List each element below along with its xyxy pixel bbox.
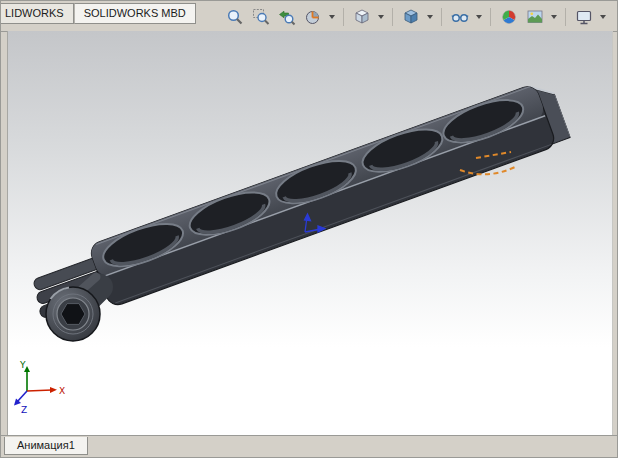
zoom-to-fit-icon[interactable] [223,5,247,29]
view-orientation-dropdown[interactable] [378,15,384,19]
back-arrow-magnifier-icon [278,8,296,26]
orientation-triad: Y X Z [14,360,65,415]
display-style-icon[interactable] [399,5,423,29]
zoom-to-area-icon[interactable] [249,5,273,29]
display-style-dropdown[interactable] [427,15,433,19]
toolbar-separator [565,8,566,26]
cube-icon [353,8,371,26]
view-orientation-icon[interactable] [350,5,374,29]
view-settings-icon[interactable] [572,5,596,29]
oval-pockets [98,91,528,275]
toolbar-separator [343,8,344,26]
edit-appearance-icon[interactable] [497,5,521,29]
triad-y-label: Y [19,360,26,370]
hide-show-items-icon[interactable] [448,5,472,29]
tab-solidworks-mbd[interactable]: SOLIDWORKS MBD [74,3,196,24]
tab-animation1[interactable]: Анимация1 [4,437,88,455]
triad-z-label: Z [21,405,27,415]
view-settings-dropdown[interactable] [600,15,606,19]
section-view-icon[interactable] [301,5,325,29]
hide-show-items-dropdown[interactable] [476,15,482,19]
top-bar: LIDWORKS SOLIDWORKS MBD [1,1,617,32]
toolbar-separator [490,8,491,26]
section-view-dropdown[interactable] [329,15,335,19]
heads-up-view-toolbar [223,5,608,29]
model-3d[interactable]: Y X Z [8,31,613,436]
monitor-icon [575,8,593,26]
previous-view-icon[interactable] [275,5,299,29]
solidworks-window: LIDWORKS SOLIDWORKS MBD [0,0,618,458]
toolbar-separator [392,8,393,26]
section-sphere-icon [304,8,322,26]
shaded-cube-icon [402,8,420,26]
hex-hub [46,287,100,341]
scene-icon [526,8,544,26]
document-tabs: LIDWORKS SOLIDWORKS MBD [1,3,196,24]
triad-x-label: X [59,386,65,396]
beach-ball-icon [500,8,518,26]
bottom-tab-bar: Анимация1 [1,435,617,457]
glasses-icon [451,8,469,26]
magnifier-area-icon [252,8,270,26]
apply-scene-icon[interactable] [523,5,547,29]
apply-scene-dropdown[interactable] [551,15,557,19]
graphics-area[interactable]: Y X Z [7,31,613,436]
toolbar-separator [441,8,442,26]
tab-solidworks[interactable]: LIDWORKS [1,3,74,24]
magnifier-icon [226,8,244,26]
